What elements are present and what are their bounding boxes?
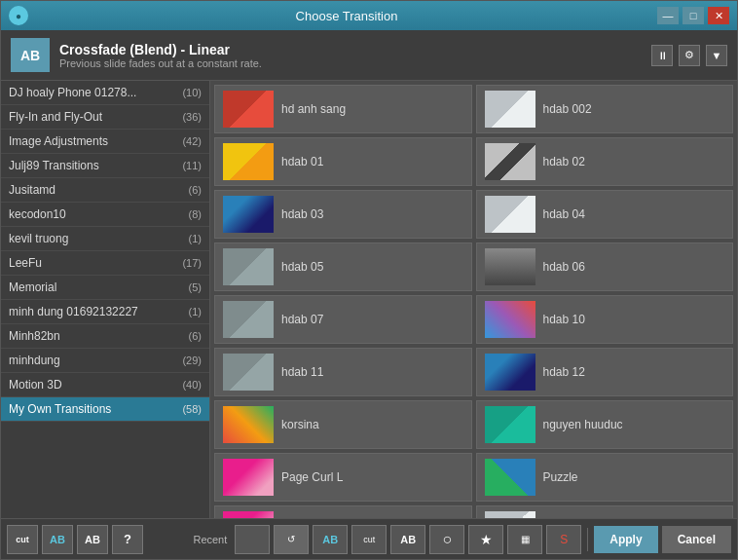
window-controls: — □ ✕ bbox=[657, 7, 729, 24]
transition-name: Puzzle bbox=[543, 470, 578, 484]
sidebar-item-count: (1) bbox=[189, 306, 202, 317]
transition-item[interactable]: sex_01 bbox=[214, 505, 472, 518]
transition-thumbnail bbox=[485, 196, 535, 233]
sidebar-item-10[interactable]: Minh82bn(6) bbox=[1, 324, 209, 349]
help-icon-button[interactable]: ? bbox=[112, 525, 143, 554]
sidebar-item-3[interactable]: Julj89 Transitions(11) bbox=[1, 154, 209, 178]
settings-button[interactable]: ⚙ bbox=[679, 45, 700, 66]
cancel-button[interactable]: Cancel bbox=[662, 526, 731, 553]
transition-item[interactable]: hdab 06 bbox=[476, 243, 734, 291]
transition-name: hdab 07 bbox=[281, 313, 323, 326]
bottom-bar: cut AB AB ? Recent ↺ AB cut AB ○ ★ ▦ S A… bbox=[1, 518, 737, 559]
transition-name: hdab 02 bbox=[543, 155, 585, 168]
transition-name: hdab 01 bbox=[281, 155, 323, 168]
sidebar-item-12[interactable]: Motion 3D(40) bbox=[1, 373, 209, 397]
transition-item[interactable]: hdab 11 bbox=[214, 348, 472, 396]
transition-item[interactable]: Page Curl L bbox=[214, 453, 472, 502]
transition-name: hdab 12 bbox=[543, 365, 585, 379]
close-button[interactable]: ✕ bbox=[708, 7, 729, 24]
transition-item[interactable]: hdab 12 bbox=[476, 348, 734, 396]
recent-circle-btn[interactable]: ○ bbox=[429, 525, 464, 554]
recent-thumb-1[interactable] bbox=[235, 525, 270, 554]
sidebar-item-label: Memorial bbox=[9, 280, 56, 294]
sidebar-item-0[interactable]: DJ hoaly Phone 01278...(10) bbox=[1, 81, 209, 105]
preview-controls: ⏸ ⚙ ▼ bbox=[651, 45, 727, 66]
transition-thumbnail bbox=[485, 91, 535, 128]
transition-item[interactable]: hdab 01 bbox=[214, 137, 472, 186]
transition-item[interactable]: korsina bbox=[214, 400, 472, 449]
grid-row: hdab 05 hdab 06 bbox=[214, 243, 733, 291]
sidebar-item-1[interactable]: Fly-In and Fly-Out(36) bbox=[1, 105, 209, 130]
sidebar-item-count: (6) bbox=[189, 330, 202, 342]
sidebar-item-8[interactable]: Memorial(5) bbox=[1, 276, 209, 300]
transition-thumbnail bbox=[485, 459, 535, 496]
sidebar-item-count: (5) bbox=[189, 281, 202, 293]
cut-icon-button[interactable]: cut bbox=[7, 525, 38, 554]
sidebar-item-label: Motion 3D bbox=[9, 378, 62, 392]
sidebar: DJ hoaly Phone 01278...(10)Fly-In and Fl… bbox=[1, 81, 210, 518]
ab-icon-button-2[interactable]: AB bbox=[77, 525, 108, 554]
download-button[interactable]: ▼ bbox=[706, 45, 727, 66]
transition-item[interactable]: Star bbox=[476, 505, 734, 518]
minimize-button[interactable]: — bbox=[657, 7, 679, 24]
transition-item[interactable]: hdab 02 bbox=[476, 137, 734, 186]
transition-item[interactable]: hdab 002 bbox=[476, 85, 734, 133]
ab-icon-button-1[interactable]: AB bbox=[42, 525, 73, 554]
maximize-button[interactable]: □ bbox=[683, 7, 704, 24]
transition-name: hdab 04 bbox=[543, 207, 585, 221]
sidebar-item-count: (17) bbox=[182, 257, 202, 269]
recent-thumb-3[interactable]: AB bbox=[313, 525, 348, 554]
recent-s-btn[interactable]: S bbox=[546, 525, 581, 554]
sidebar-item-count: (8) bbox=[189, 208, 202, 220]
transition-item[interactable]: hdab 05 bbox=[214, 243, 472, 291]
transitions-grid: hd anh sang hdab 002 hdab 01 hdab 02 hda… bbox=[210, 81, 737, 518]
sidebar-item-count: (40) bbox=[182, 379, 202, 391]
sidebar-item-9[interactable]: minh dung 01692132227(1) bbox=[1, 300, 209, 324]
main-content: DJ hoaly Phone 01278...(10)Fly-In and Fl… bbox=[1, 81, 737, 518]
sidebar-item-count: (29) bbox=[182, 355, 202, 366]
pause-button[interactable]: ⏸ bbox=[651, 45, 673, 66]
recent-cut-btn[interactable]: cut bbox=[351, 525, 387, 554]
recent-label: Recent bbox=[193, 534, 227, 545]
sidebar-item-count: (58) bbox=[182, 403, 202, 415]
sidebar-item-13[interactable]: My Own Transitions(58) bbox=[1, 397, 209, 422]
transition-name: hdab 06 bbox=[543, 260, 585, 274]
transition-item[interactable]: hdab 07 bbox=[214, 295, 472, 344]
recent-star-btn[interactable]: ★ bbox=[468, 525, 503, 554]
sidebar-item-5[interactable]: kecodon10(8) bbox=[1, 203, 209, 227]
transition-item[interactable]: Puzzle bbox=[476, 453, 734, 502]
sidebar-item-label: Minh82bn bbox=[9, 329, 60, 343]
transition-thumbnail bbox=[223, 196, 274, 233]
sidebar-item-2[interactable]: Image Adjustments(42) bbox=[1, 130, 209, 154]
apply-button[interactable]: Apply bbox=[594, 526, 657, 553]
transition-item[interactable]: hdab 03 bbox=[214, 190, 472, 239]
recent-pattern-btn[interactable]: ▦ bbox=[507, 525, 542, 554]
grid-row: hdab 03 hdab 04 bbox=[214, 190, 733, 239]
logo-icon: ● bbox=[16, 11, 21, 21]
preview-bar: AB Crossfade (Blend) - Linear Previous s… bbox=[1, 30, 737, 81]
sidebar-item-11[interactable]: minhdung(29) bbox=[1, 349, 209, 373]
sidebar-item-6[interactable]: kevil truong(1) bbox=[1, 227, 209, 251]
transition-name: hdab 002 bbox=[543, 102, 592, 116]
sidebar-item-label: LeeFu bbox=[9, 256, 42, 270]
sidebar-item-label: minh dung 01692132227 bbox=[9, 305, 138, 318]
sidebar-item-4[interactable]: Jusitamd(6) bbox=[1, 178, 209, 203]
sidebar-item-count: (1) bbox=[189, 233, 202, 244]
sidebar-item-count: (6) bbox=[189, 184, 202, 196]
transition-name: hd anh sang bbox=[281, 102, 346, 116]
preview-info: Crossfade (Blend) - Linear Previous slid… bbox=[59, 42, 638, 69]
sidebar-item-label: minhdung bbox=[9, 354, 60, 367]
sidebar-item-count: (42) bbox=[182, 135, 202, 147]
recent-ab-btn[interactable]: AB bbox=[390, 525, 425, 554]
transition-thumbnail bbox=[485, 143, 535, 180]
titlebar: ● Choose Transition — □ ✕ bbox=[1, 1, 737, 30]
sidebar-item-count: (11) bbox=[182, 160, 202, 171]
transition-item[interactable]: hdab 04 bbox=[476, 190, 734, 239]
transition-thumbnail bbox=[223, 511, 274, 518]
transition-item[interactable]: hd anh sang bbox=[214, 85, 472, 133]
transition-item[interactable]: hdab 10 bbox=[476, 295, 734, 344]
sidebar-item-label: kevil truong bbox=[9, 232, 68, 245]
recent-thumb-2[interactable]: ↺ bbox=[274, 525, 309, 554]
sidebar-item-7[interactable]: LeeFu(17) bbox=[1, 251, 209, 276]
transition-item[interactable]: nguyen huuduc bbox=[476, 400, 734, 449]
